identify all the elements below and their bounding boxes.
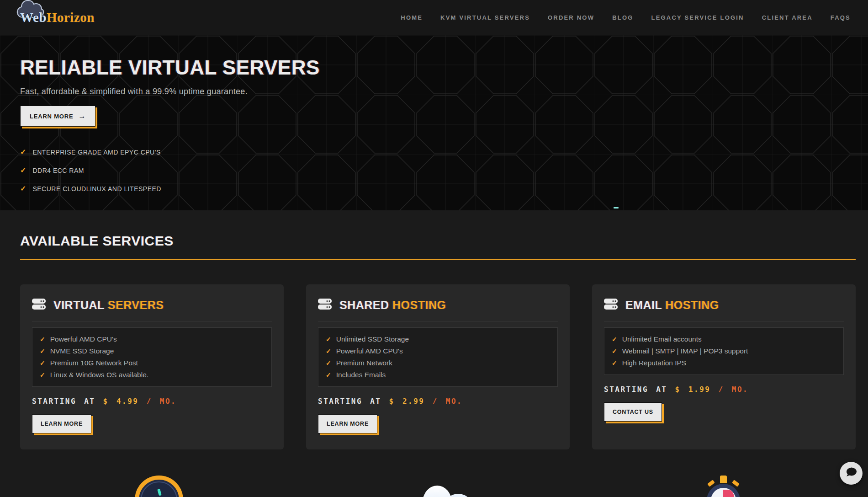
check-icon: ✓ — [20, 149, 26, 156]
card-cta-label: CONTACT US — [613, 409, 653, 415]
nav-links: HOME KVM VIRTUAL SERVERS ORDER NOW BLOG … — [401, 14, 851, 21]
check-icon: ✓ — [40, 348, 45, 354]
feature-item: ✓NVME SSD Storage — [40, 345, 264, 357]
feature-label: Linux & Windows OS available. — [50, 371, 148, 379]
hero-learn-more-button[interactable]: LEARN MORE → — [20, 106, 95, 127]
price-line: STARTING AT $ 2.99 / MO. — [318, 397, 558, 406]
check-icon: ✓ — [326, 348, 331, 354]
brand-name-web: Web — [20, 10, 47, 25]
card-divider — [318, 321, 558, 321]
card-title-primary: EMAIL — [625, 299, 662, 311]
card-title: SHARED HOSTING — [339, 299, 446, 312]
card-header: EMAIL HOSTING — [604, 298, 844, 312]
card-header: VIRTUAL SERVERS — [32, 298, 272, 312]
nav-item-blog[interactable]: BLOG — [612, 14, 633, 21]
feature-label: NVME SSD Storage — [50, 347, 114, 355]
speedometer-needle — [157, 488, 162, 496]
hero-subtitle: Fast, affordable & simplified with a 99.… — [20, 87, 248, 96]
check-icon: ✓ — [40, 372, 45, 378]
feature-label: High Reputation IPS — [622, 359, 686, 367]
brand-logo[interactable]: Web Horizon — [20, 10, 95, 25]
card-title-accent: HOSTING — [392, 299, 446, 311]
feature-label: Powerful AMD CPU's — [50, 335, 117, 343]
feature-item: ✓Webmail | SMTP | IMAP | POP3 support — [612, 345, 836, 357]
card-cta-label: LEARN MORE — [41, 421, 83, 427]
card-divider — [604, 321, 844, 321]
feature-item: ✓Powerful AMD CPU's — [326, 345, 550, 357]
check-icon: ✓ — [326, 336, 331, 342]
price-line: STARTING AT $ 1.99 / MO. — [604, 385, 844, 394]
feature-item: ✓Powerful AMD CPU's — [40, 333, 264, 345]
check-icon: ✓ — [612, 336, 617, 342]
server-icon — [318, 298, 332, 312]
hero-checklist-item: ✓ ENTERPRISE GRADE AMD EPYC CPU'S — [20, 143, 161, 161]
card-title-primary: SHARED — [339, 299, 389, 311]
feature-item: ✓Premium 10G Network Post — [40, 357, 264, 369]
feature-item: ✓Unlimited Email accounts — [612, 333, 836, 345]
speedometer-face — [141, 481, 177, 497]
feature-label: Webmail | SMTP | IMAP | POP3 support — [622, 347, 748, 355]
nav-item-order-now[interactable]: ORDER NOW — [548, 14, 594, 21]
hero-checklist-item: ✓ SECURE CLOUDLINUX AND LITESPEED — [20, 180, 161, 198]
price-per: / MO. — [147, 397, 177, 406]
page: Web Horizon HOME KVM VIRTUAL SERVERS ORD… — [0, 0, 868, 497]
email-hosting-contact-us-button[interactable]: CONTACT US — [604, 402, 662, 422]
hero-checklist-label: DDR4 ECC RAM — [32, 167, 84, 174]
hero-title: RELIABLE VIRTUAL SERVERS — [20, 56, 320, 79]
check-icon: ✓ — [40, 336, 45, 342]
price-amount: $ 2.99 — [389, 397, 425, 406]
nav-item-home[interactable]: HOME — [401, 14, 423, 21]
brand-name-horizon: Horizon — [47, 10, 95, 25]
feature-label: Unlimited Email accounts — [622, 335, 702, 343]
nav-item-kvm-virtual-servers[interactable]: KVM VIRTUAL SERVERS — [440, 14, 530, 21]
server-icon — [32, 298, 46, 312]
check-icon: ✓ — [326, 360, 331, 366]
feature-label: Powerful AMD CPU's — [336, 347, 403, 355]
shared-hosting-learn-more-button[interactable]: LEARN MORE — [318, 414, 377, 433]
hero-checklist-label: ENTERPRISE GRADE AMD EPYC CPU'S — [32, 149, 160, 156]
hero-section: RELIABLE VIRTUAL SERVERS Fast, affordabl… — [0, 35, 868, 210]
check-icon: ✓ — [612, 360, 617, 366]
feature-item: ✓Includes Emails — [326, 369, 550, 381]
price-per: / MO. — [719, 385, 749, 394]
stopwatch-slice — [723, 490, 734, 497]
top-navbar: Web Horizon HOME KVM VIRTUAL SERVERS ORD… — [0, 0, 868, 35]
stopwatch-crown — [720, 476, 727, 483]
nav-item-client-area[interactable]: CLIENT AREA — [762, 14, 813, 21]
card-title-primary: VIRTUAL — [53, 299, 104, 311]
card-header: SHARED HOSTING — [318, 298, 558, 312]
nav-item-legacy-service-login[interactable]: LEGACY SERVICE LOGIN — [651, 14, 744, 21]
card-virtual-servers: VIRTUAL SERVERS ✓Powerful AMD CPU's ✓NVM… — [20, 284, 284, 449]
card-feature-list: ✓Unlimited SSD Storage ✓Powerful AMD CPU… — [318, 327, 558, 387]
chat-launcher-button[interactable] — [840, 462, 863, 485]
price-prefix: STARTING AT — [318, 397, 381, 406]
card-shared-hosting: SHARED HOSTING ✓Unlimited SSD Storage ✓P… — [306, 284, 570, 449]
chat-bubble-icon — [845, 467, 857, 479]
hero-checklist: ✓ ENTERPRISE GRADE AMD EPYC CPU'S ✓ DDR4… — [20, 143, 161, 198]
card-title: VIRTUAL SERVERS — [53, 299, 164, 312]
price-amount: $ 1.99 — [675, 385, 711, 394]
card-title: EMAIL HOSTING — [625, 299, 719, 312]
check-icon: ✓ — [612, 348, 617, 354]
feature-label: Premium 10G Network Post — [50, 359, 138, 367]
heading-underline — [20, 259, 856, 260]
services-section: AVAILABLE SERVICES VIRTUAL — [0, 210, 868, 497]
check-icon: ✓ — [20, 167, 26, 174]
price-per: / MO. — [433, 397, 463, 406]
nav-item-faqs[interactable]: FAQS — [831, 14, 851, 21]
card-email-hosting: EMAIL HOSTING ✓Unlimited Email accounts … — [592, 284, 856, 449]
hero-checklist-label: SECURE CLOUDLINUX AND LITESPEED — [32, 185, 161, 192]
stopwatch-face — [711, 488, 736, 497]
card-divider — [32, 321, 272, 321]
feature-label: Premium Network — [336, 359, 392, 367]
card-title-accent: SERVERS — [108, 299, 164, 311]
feature-item: ✓Premium Network — [326, 357, 550, 369]
price-prefix: STARTING AT — [32, 397, 95, 406]
server-icon — [604, 298, 618, 312]
feature-item: ✓Linux & Windows OS available. — [40, 369, 264, 381]
service-cards-row: VIRTUAL SERVERS ✓Powerful AMD CPU's ✓NVM… — [20, 284, 856, 449]
feature-item: ✓Unlimited SSD Storage — [326, 333, 550, 345]
virtual-servers-learn-more-button[interactable]: LEARN MORE — [32, 414, 91, 433]
card-title-accent: HOSTING — [665, 299, 719, 311]
services-heading: AVAILABLE SERVICES — [20, 233, 174, 249]
